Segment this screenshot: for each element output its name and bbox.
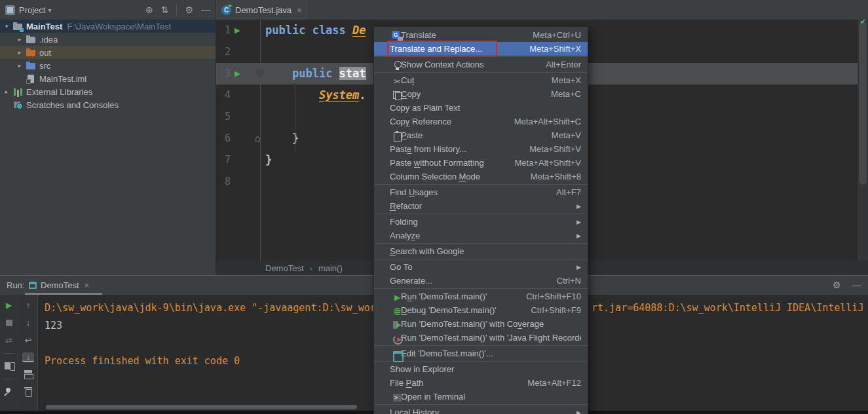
menu-item-shortcut: Alt+F7 xyxy=(556,187,581,197)
menu-item-label: Run 'DemoTest.main()' with Coverage xyxy=(401,319,581,329)
print-icon[interactable] xyxy=(22,368,34,380)
menu-item-shortcut: Alt+Enter xyxy=(546,60,581,69)
close-icon[interactable]: × xyxy=(85,280,90,290)
menu-item-translate[interactable]: TranslateMeta+Ctrl+U xyxy=(374,28,588,42)
tree-item--idea[interactable]: ▸.idea xyxy=(0,33,216,46)
menu-item-translate-and-replace[interactable]: Translate and Replace...Meta+Shift+X xyxy=(374,42,588,56)
rerun-icon[interactable]: ▶ xyxy=(3,299,15,311)
menu-item-cut[interactable]: ✂CutMeta+X xyxy=(374,73,588,87)
menu-item-run-demotest-main-with-java-flight-recorder[interactable]: Run 'DemoTest.main()' with 'Java Flight … xyxy=(374,331,588,345)
up-icon[interactable]: ↑ xyxy=(22,299,34,311)
menu-item-search-with-google[interactable]: Search with Google xyxy=(374,244,588,258)
menu-item-shortcut: Meta+Alt+Shift+V xyxy=(514,158,581,168)
tree-item-maintest[interactable]: ▾MainTestF:\JavaWokspace\MainTest xyxy=(0,20,216,33)
menu-item-run-demotest-main-with-coverage[interactable]: Run 'DemoTest.main()' with Coverage xyxy=(374,317,588,331)
stop-icon[interactable] xyxy=(3,317,15,329)
expand-arrow-icon[interactable]: ▸ xyxy=(16,49,24,56)
menu-item-copy[interactable]: CopyMeta+C xyxy=(374,87,588,101)
breadcrumb-method[interactable]: main() xyxy=(318,263,343,273)
menu-item-generate[interactable]: Generate...Ctrl+N xyxy=(374,274,588,288)
tab-label: DemoTest.java xyxy=(235,5,292,15)
menu-item-local-history[interactable]: Local History▶ xyxy=(374,405,588,414)
menu-item-shortcut: Meta+X xyxy=(552,75,581,85)
fold-marker-icon[interactable]: ⌂ xyxy=(255,128,260,149)
breadcrumb-class[interactable]: DemoTest xyxy=(265,263,304,273)
down-icon[interactable]: ↓ xyxy=(22,317,34,329)
menu-item-label: Paste from History... xyxy=(390,144,518,154)
menu-item-paste[interactable]: PasteMeta+V xyxy=(374,128,588,142)
menu-item-label: Paste xyxy=(401,130,540,140)
menu-item-copy-reference[interactable]: Copy ReferenceMeta+Alt+Shift+C xyxy=(374,115,588,128)
menu-item-file-path[interactable]: File PathMeta+Alt+F12 xyxy=(374,376,588,390)
rerun-failed-icon[interactable]: ⇄ xyxy=(3,335,15,347)
project-panel-title[interactable]: Project xyxy=(19,5,45,15)
run-marker-icon[interactable] xyxy=(255,69,265,78)
tree-item-label: .idea xyxy=(39,35,58,45)
scroll-end-icon[interactable]: ↓ xyxy=(22,352,34,362)
menu-item-copy-as-plain-text[interactable]: Copy as Plain Text xyxy=(374,101,588,115)
line-number: 4 xyxy=(216,85,231,106)
menu-item-label: Show in Explorer xyxy=(390,364,581,374)
hide-panel-icon[interactable]: — xyxy=(852,280,861,290)
collapse-all-icon[interactable]: ⇅ xyxy=(161,5,169,14)
locate-file-icon[interactable]: ⊕ xyxy=(145,5,153,14)
inspections-ok-icon[interactable]: ✔ xyxy=(859,20,867,26)
run-gutter-icon[interactable]: ▶ xyxy=(235,63,246,85)
cut-icon: ✂ xyxy=(392,76,403,87)
tree-item-external-libraries[interactable]: ▸External Libraries xyxy=(0,85,216,98)
menu-item-show-in-explorer[interactable]: Show in Explorer xyxy=(374,362,588,376)
tab-demotest-java[interactable]: C DemoTest.java × xyxy=(216,0,309,20)
menu-item-refactor[interactable]: Refactor▶ xyxy=(374,199,588,213)
tree-item-label: Scratches and Consoles xyxy=(26,100,119,110)
tree-item-src[interactable]: ▸src xyxy=(0,59,216,72)
editor-scrollbar[interactable]: ✔ xyxy=(858,20,868,261)
expand-arrow-icon[interactable]: ▸ xyxy=(16,36,24,43)
run-panel-title: Run: xyxy=(7,280,24,290)
tree-item-label: MainTest.iml xyxy=(39,74,86,84)
run-tab-demotest[interactable]: DemoTest × xyxy=(25,276,93,295)
expand-arrow-icon[interactable]: ▸ xyxy=(3,88,10,95)
horizontal-scrollbar-thumb[interactable] xyxy=(46,405,357,409)
debug-icon xyxy=(392,306,403,317)
clear-icon[interactable] xyxy=(22,386,34,398)
gear-icon[interactable]: ⚙ xyxy=(833,280,841,290)
menu-item-run-demotest-main[interactable]: ▶Run 'DemoTest.main()'Ctrl+Shift+F10 xyxy=(374,290,588,303)
menu-item-analyze[interactable]: Analyze▶ xyxy=(374,229,588,242)
scratches-icon xyxy=(13,101,23,109)
tree-item-scratches-and-consoles[interactable]: Scratches and Consoles xyxy=(0,98,216,111)
menu-item-shortcut: Ctrl+Shift+F10 xyxy=(526,292,581,301)
chevron-down-icon[interactable]: ▾ xyxy=(48,7,51,14)
folder-shape xyxy=(26,37,35,43)
tree-item-maintest-iml[interactable]: MainTest.iml xyxy=(0,72,216,85)
menu-separator xyxy=(374,184,588,185)
gear-icon[interactable]: ⚙ xyxy=(185,5,193,14)
tree-item-out[interactable]: ▸out xyxy=(0,46,216,59)
console-toolbar: ↑↓↩↓ xyxy=(19,295,38,411)
expand-arrow-icon[interactable]: ▾ xyxy=(3,23,10,29)
menu-separator xyxy=(374,288,588,289)
ide-window: Project ▾ ⊕ ⇅ ⚙ — ▾MainTestF:\JavaWokspa… xyxy=(0,0,868,414)
pin-icon[interactable] xyxy=(3,386,15,398)
menu-item-shortcut: Ctrl+N xyxy=(557,276,581,286)
expand-arrow-icon[interactable]: ▸ xyxy=(16,62,24,69)
menu-item-show-context-actions[interactable]: Show Context ActionsAlt+Enter xyxy=(374,58,588,71)
run-gutter-icon[interactable]: ▶ xyxy=(235,20,246,41)
soft-wrap-icon[interactable]: ↩ xyxy=(22,335,34,347)
menu-item-paste-without-formatting[interactable]: Paste without FormattingMeta+Alt+Shift+V xyxy=(374,156,588,170)
menu-item-label: Edit 'DemoTest.main()'... xyxy=(401,348,581,358)
menu-item-folding[interactable]: Folding▶ xyxy=(374,215,588,229)
menu-item-label: Local History xyxy=(390,407,569,414)
hide-panel-icon[interactable]: — xyxy=(201,5,210,14)
code-text: public class De xyxy=(265,20,366,41)
scrollbar-thumb[interactable] xyxy=(859,21,867,185)
menu-item-edit-demotest-main[interactable]: Edit 'DemoTest.main()'... xyxy=(374,347,588,360)
menu-item-go-to[interactable]: Go To▶ xyxy=(374,260,588,274)
paste-icon xyxy=(392,131,403,142)
menu-item-debug-demotest-main[interactable]: Debug 'DemoTest.main()'Ctrl+Shift+F9 xyxy=(374,303,588,317)
close-icon[interactable]: × xyxy=(297,5,302,15)
layout-icon[interactable] xyxy=(3,360,15,372)
menu-item-paste-from-history[interactable]: Paste from History...Meta+Shift+V xyxy=(374,142,588,156)
menu-item-column-selection-mode[interactable]: Column Selection ModeMeta+Shift+8 xyxy=(374,170,588,183)
menu-item-find-usages[interactable]: Find UsagesAlt+F7 xyxy=(374,185,588,199)
menu-item-open-in-terminal[interactable]: Open in Terminal xyxy=(374,390,588,404)
